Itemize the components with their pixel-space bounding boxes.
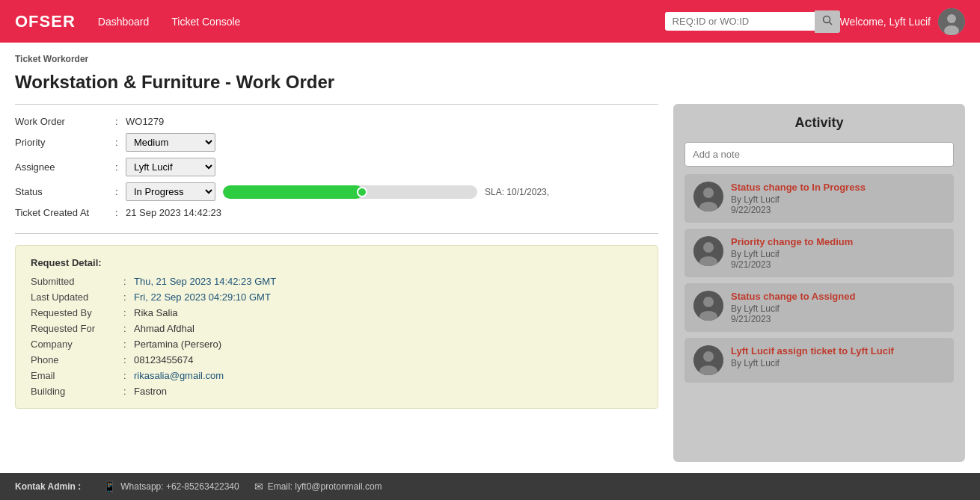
svg-point-15 (703, 351, 714, 362)
ticket-created-value: 21 Sep 2023 14:42:23 (126, 207, 658, 218)
add-note-input[interactable] (685, 142, 954, 167)
activity-by: By Lyft Lucif (731, 194, 866, 205)
work-order-value: WO1279 (126, 116, 658, 127)
sla-bar (223, 185, 477, 199)
activity-item: Priority change to Medium By Lyft Lucif … (685, 229, 954, 277)
activity-item: Status change to Assigned By Lyft Lucif … (685, 283, 954, 332)
assignee-select[interactable]: Lyft Lucif (126, 158, 215, 176)
requested-by-label: Requested By (31, 307, 120, 318)
main-content: Ticket Workorder Workstation & Furniture… (0, 43, 980, 473)
priority-label: Priority (15, 137, 112, 148)
activity-item: Status change to In Progress By Lyft Luc… (685, 174, 954, 223)
activity-title: Activity (685, 115, 954, 131)
svg-line-1 (829, 22, 832, 25)
avatar (693, 236, 723, 266)
activity-item: Lyft Lucif assign ticket to Lyft Lucif B… (685, 338, 954, 383)
svg-point-12 (703, 297, 714, 307)
building-label: Building (31, 386, 120, 397)
svg-point-3 (947, 14, 956, 23)
page-title: Workstation & Furniture - Work Order (15, 72, 965, 93)
header-right: Welcome, Lyft Lucif (840, 8, 965, 35)
header: OFSER Dashboard Ticket Console Welcome, … (0, 0, 980, 43)
requested-for-label: Requested For (31, 323, 120, 334)
last-updated-value: Fri, 22 Sep 2023 04:29:10 GMT (134, 291, 643, 303)
sla-text: SLA: 10/1/2023, (485, 187, 549, 197)
status-label: Status (15, 186, 112, 197)
user-avatar[interactable] (938, 8, 965, 35)
email-label: Email (31, 370, 120, 381)
footer-label: Kontak Admin : (15, 481, 81, 492)
svg-point-6 (703, 188, 714, 198)
activity-by: By Lyft Lucif (731, 249, 853, 259)
footer-email-text: Email: lyft0@protonmail.com (268, 481, 382, 492)
requested-for-value: Ahmad Afdhal (134, 323, 643, 334)
requested-by-value: Rika Salia (134, 307, 643, 318)
search-input[interactable] (665, 12, 815, 31)
activity-date: 9/21/2023 (731, 259, 853, 270)
submitted-label: Submitted (31, 276, 120, 287)
activity-date: 9/22/2023 (731, 205, 866, 215)
request-detail-title: Request Detail: (31, 257, 643, 268)
nav: Dashboard Ticket Console (98, 16, 665, 28)
sla-bar-fill (223, 185, 363, 199)
svg-point-0 (823, 16, 830, 23)
footer-whatsapp: 📱 Whatsapp: +62-85263422340 (103, 481, 239, 493)
svg-point-9 (703, 242, 714, 253)
work-order-label: Work Order (15, 116, 112, 127)
activity-date: 9/21/2023 (731, 314, 855, 324)
sla-knob (357, 187, 367, 197)
avatar (693, 345, 723, 375)
request-detail-box: Request Detail: Submitted : Thu, 21 Sep … (15, 245, 658, 409)
last-updated-label: Last Updated (31, 291, 120, 303)
logo: OFSER (15, 12, 76, 31)
footer-whatsapp-text: Whatsapp: +62-85263422340 (120, 481, 239, 492)
company-value: Pertamina (Persero) (134, 339, 643, 350)
status-select[interactable]: In Progress Open Assigned Closed (126, 182, 215, 201)
breadcrumb: Ticket Workorder (15, 54, 965, 64)
divider-top (15, 104, 658, 105)
content-area: Work Order : WO1279 Priority : Medium Lo… (15, 104, 965, 462)
building-value: Fastron (134, 386, 643, 397)
activity-action: Status change to Assigned (731, 291, 855, 302)
left-panel: Work Order : WO1279 Priority : Medium Lo… (15, 104, 658, 462)
footer: Kontak Admin : 📱 Whatsapp: +62-852634223… (0, 473, 980, 500)
avatar (693, 182, 723, 212)
email-icon: ✉ (254, 481, 263, 493)
nav-ticket-console[interactable]: Ticket Console (171, 16, 240, 28)
assignee-label: Assignee (15, 161, 112, 173)
search-icon (822, 15, 833, 25)
search-button[interactable] (815, 10, 840, 33)
footer-email: ✉ Email: lyft0@protonmail.com (254, 481, 382, 493)
whatsapp-icon: 📱 (103, 481, 116, 493)
company-label: Company (31, 339, 120, 350)
ticket-created-label: Ticket Created At (15, 207, 112, 218)
activity-action: Lyft Lucif assign ticket to Lyft Lucif (731, 345, 894, 357)
welcome-text: Welcome, Lyft Lucif (840, 16, 931, 28)
request-detail-grid: Submitted : Thu, 21 Sep 2023 14:42:23 GM… (31, 276, 643, 397)
phone-label: Phone (31, 354, 120, 365)
divider-bottom (15, 233, 658, 234)
nav-dashboard[interactable]: Dashboard (98, 16, 150, 28)
priority-select[interactable]: Medium Low High (126, 133, 215, 152)
activity-by: By Lyft Lucif (731, 358, 894, 368)
search-bar (665, 10, 840, 33)
email-value: rikasalia@gmail.com (134, 370, 643, 381)
phone-value: 08123455674 (134, 354, 643, 365)
activity-panel: Activity Status change to In Progress (673, 104, 965, 462)
submitted-value: Thu, 21 Sep 2023 14:42:23 GMT (134, 276, 643, 287)
activity-by: By Lyft Lucif (731, 303, 855, 314)
avatar (693, 291, 723, 321)
activity-list: Status change to In Progress By Lyft Luc… (685, 174, 954, 383)
work-order-info: Work Order : WO1279 Priority : Medium Lo… (15, 116, 658, 218)
activity-action: Priority change to Medium (731, 236, 853, 247)
activity-action: Status change to In Progress (731, 182, 866, 193)
